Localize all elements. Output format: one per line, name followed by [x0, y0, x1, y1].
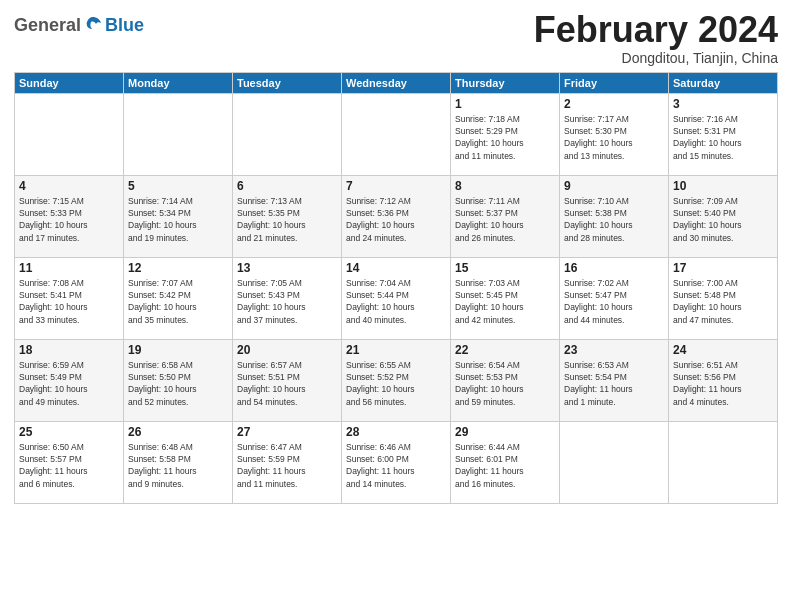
weekday-header-friday: Friday [560, 72, 669, 93]
title-block: February 2024 Dongditou, Tianjin, China [534, 10, 778, 66]
day-number: 16 [564, 261, 664, 275]
day-number: 6 [237, 179, 337, 193]
calendar-cell: 23Sunrise: 6:53 AM Sunset: 5:54 PM Dayli… [560, 339, 669, 421]
calendar-cell: 3Sunrise: 7:16 AM Sunset: 5:31 PM Daylig… [669, 93, 778, 175]
day-number: 23 [564, 343, 664, 357]
weekday-header-wednesday: Wednesday [342, 72, 451, 93]
calendar-cell: 22Sunrise: 6:54 AM Sunset: 5:53 PM Dayli… [451, 339, 560, 421]
day-info: Sunrise: 6:51 AM Sunset: 5:56 PM Dayligh… [673, 359, 773, 408]
calendar-week-2: 4Sunrise: 7:15 AM Sunset: 5:33 PM Daylig… [15, 175, 778, 257]
day-info: Sunrise: 7:12 AM Sunset: 5:36 PM Dayligh… [346, 195, 446, 244]
day-info: Sunrise: 7:15 AM Sunset: 5:33 PM Dayligh… [19, 195, 119, 244]
calendar-cell [342, 93, 451, 175]
day-info: Sunrise: 6:59 AM Sunset: 5:49 PM Dayligh… [19, 359, 119, 408]
day-number: 19 [128, 343, 228, 357]
weekday-header-tuesday: Tuesday [233, 72, 342, 93]
day-info: Sunrise: 7:08 AM Sunset: 5:41 PM Dayligh… [19, 277, 119, 326]
calendar-cell: 14Sunrise: 7:04 AM Sunset: 5:44 PM Dayli… [342, 257, 451, 339]
calendar-cell: 6Sunrise: 7:13 AM Sunset: 5:35 PM Daylig… [233, 175, 342, 257]
calendar-cell: 24Sunrise: 6:51 AM Sunset: 5:56 PM Dayli… [669, 339, 778, 421]
weekday-header-thursday: Thursday [451, 72, 560, 93]
calendar-cell [669, 421, 778, 503]
calendar-cell [233, 93, 342, 175]
calendar-cell [560, 421, 669, 503]
day-number: 18 [19, 343, 119, 357]
calendar-cell: 13Sunrise: 7:05 AM Sunset: 5:43 PM Dayli… [233, 257, 342, 339]
calendar-cell: 8Sunrise: 7:11 AM Sunset: 5:37 PM Daylig… [451, 175, 560, 257]
logo-blue: Blue [105, 15, 144, 36]
calendar-week-3: 11Sunrise: 7:08 AM Sunset: 5:41 PM Dayli… [15, 257, 778, 339]
calendar-cell: 25Sunrise: 6:50 AM Sunset: 5:57 PM Dayli… [15, 421, 124, 503]
weekday-header-monday: Monday [124, 72, 233, 93]
weekday-header-row: SundayMondayTuesdayWednesdayThursdayFrid… [15, 72, 778, 93]
calendar-cell: 9Sunrise: 7:10 AM Sunset: 5:38 PM Daylig… [560, 175, 669, 257]
day-info: Sunrise: 6:48 AM Sunset: 5:58 PM Dayligh… [128, 441, 228, 490]
logo-general: General [14, 15, 81, 36]
page-container: General Blue February 2024 Dongditou, Ti… [0, 0, 792, 612]
day-info: Sunrise: 7:11 AM Sunset: 5:37 PM Dayligh… [455, 195, 555, 244]
calendar-cell: 7Sunrise: 7:12 AM Sunset: 5:36 PM Daylig… [342, 175, 451, 257]
day-number: 11 [19, 261, 119, 275]
day-number: 22 [455, 343, 555, 357]
day-info: Sunrise: 7:07 AM Sunset: 5:42 PM Dayligh… [128, 277, 228, 326]
calendar-cell: 20Sunrise: 6:57 AM Sunset: 5:51 PM Dayli… [233, 339, 342, 421]
day-info: Sunrise: 6:44 AM Sunset: 6:01 PM Dayligh… [455, 441, 555, 490]
day-info: Sunrise: 7:10 AM Sunset: 5:38 PM Dayligh… [564, 195, 664, 244]
calendar-week-1: 1Sunrise: 7:18 AM Sunset: 5:29 PM Daylig… [15, 93, 778, 175]
calendar-cell: 19Sunrise: 6:58 AM Sunset: 5:50 PM Dayli… [124, 339, 233, 421]
day-number: 15 [455, 261, 555, 275]
day-info: Sunrise: 6:57 AM Sunset: 5:51 PM Dayligh… [237, 359, 337, 408]
day-info: Sunrise: 7:02 AM Sunset: 5:47 PM Dayligh… [564, 277, 664, 326]
calendar-cell: 21Sunrise: 6:55 AM Sunset: 5:52 PM Dayli… [342, 339, 451, 421]
day-number: 29 [455, 425, 555, 439]
day-info: Sunrise: 7:14 AM Sunset: 5:34 PM Dayligh… [128, 195, 228, 244]
calendar-cell: 11Sunrise: 7:08 AM Sunset: 5:41 PM Dayli… [15, 257, 124, 339]
page-header: General Blue February 2024 Dongditou, Ti… [14, 10, 778, 66]
day-number: 7 [346, 179, 446, 193]
calendar-cell: 15Sunrise: 7:03 AM Sunset: 5:45 PM Dayli… [451, 257, 560, 339]
day-info: Sunrise: 7:18 AM Sunset: 5:29 PM Dayligh… [455, 113, 555, 162]
day-number: 24 [673, 343, 773, 357]
day-info: Sunrise: 7:04 AM Sunset: 5:44 PM Dayligh… [346, 277, 446, 326]
month-title: February 2024 [534, 10, 778, 50]
calendar-cell: 12Sunrise: 7:07 AM Sunset: 5:42 PM Dayli… [124, 257, 233, 339]
day-number: 9 [564, 179, 664, 193]
day-info: Sunrise: 7:16 AM Sunset: 5:31 PM Dayligh… [673, 113, 773, 162]
calendar-cell: 10Sunrise: 7:09 AM Sunset: 5:40 PM Dayli… [669, 175, 778, 257]
calendar-cell [15, 93, 124, 175]
calendar-cell: 26Sunrise: 6:48 AM Sunset: 5:58 PM Dayli… [124, 421, 233, 503]
logo-bird-icon [82, 14, 104, 36]
day-info: Sunrise: 7:09 AM Sunset: 5:40 PM Dayligh… [673, 195, 773, 244]
calendar-cell: 17Sunrise: 7:00 AM Sunset: 5:48 PM Dayli… [669, 257, 778, 339]
logo: General Blue [14, 14, 144, 36]
day-number: 5 [128, 179, 228, 193]
day-number: 17 [673, 261, 773, 275]
calendar-cell: 28Sunrise: 6:46 AM Sunset: 6:00 PM Dayli… [342, 421, 451, 503]
day-info: Sunrise: 6:47 AM Sunset: 5:59 PM Dayligh… [237, 441, 337, 490]
day-info: Sunrise: 7:13 AM Sunset: 5:35 PM Dayligh… [237, 195, 337, 244]
calendar-table: SundayMondayTuesdayWednesdayThursdayFrid… [14, 72, 778, 504]
day-info: Sunrise: 6:50 AM Sunset: 5:57 PM Dayligh… [19, 441, 119, 490]
day-number: 14 [346, 261, 446, 275]
day-info: Sunrise: 7:05 AM Sunset: 5:43 PM Dayligh… [237, 277, 337, 326]
day-number: 8 [455, 179, 555, 193]
calendar-cell: 4Sunrise: 7:15 AM Sunset: 5:33 PM Daylig… [15, 175, 124, 257]
day-info: Sunrise: 7:03 AM Sunset: 5:45 PM Dayligh… [455, 277, 555, 326]
day-number: 21 [346, 343, 446, 357]
day-number: 28 [346, 425, 446, 439]
calendar-cell: 27Sunrise: 6:47 AM Sunset: 5:59 PM Dayli… [233, 421, 342, 503]
day-number: 12 [128, 261, 228, 275]
calendar-week-5: 25Sunrise: 6:50 AM Sunset: 5:57 PM Dayli… [15, 421, 778, 503]
day-info: Sunrise: 6:54 AM Sunset: 5:53 PM Dayligh… [455, 359, 555, 408]
day-info: Sunrise: 6:55 AM Sunset: 5:52 PM Dayligh… [346, 359, 446, 408]
weekday-header-saturday: Saturday [669, 72, 778, 93]
calendar-cell: 29Sunrise: 6:44 AM Sunset: 6:01 PM Dayli… [451, 421, 560, 503]
day-number: 1 [455, 97, 555, 111]
day-number: 4 [19, 179, 119, 193]
location: Dongditou, Tianjin, China [534, 50, 778, 66]
day-number: 25 [19, 425, 119, 439]
calendar-cell: 1Sunrise: 7:18 AM Sunset: 5:29 PM Daylig… [451, 93, 560, 175]
day-info: Sunrise: 7:17 AM Sunset: 5:30 PM Dayligh… [564, 113, 664, 162]
day-number: 10 [673, 179, 773, 193]
day-number: 20 [237, 343, 337, 357]
